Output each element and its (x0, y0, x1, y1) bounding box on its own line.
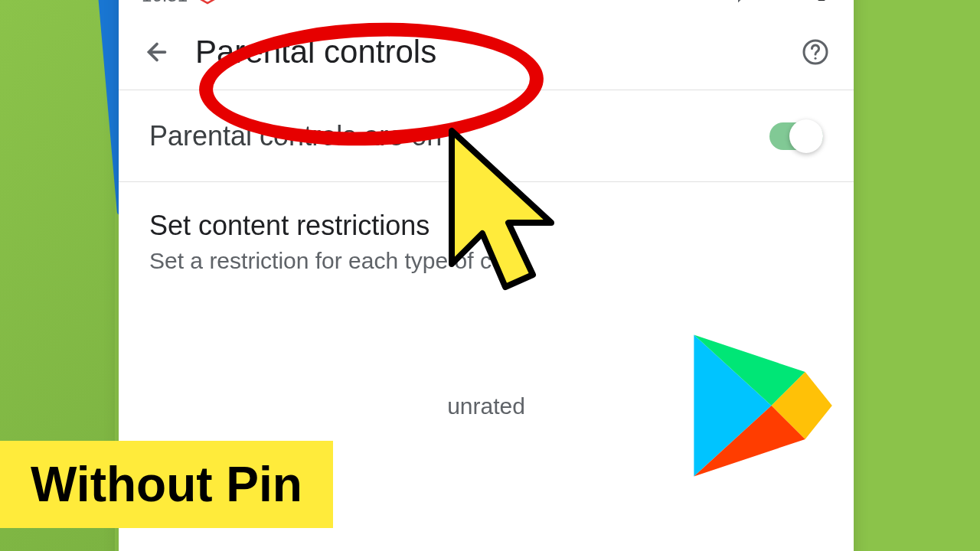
parental-controls-toggle[interactable] (769, 122, 823, 150)
thumbnail-caption: Without Pin (0, 441, 333, 528)
section-title: Set content restrictions (149, 210, 823, 242)
header-bar: Parental controls (119, 14, 854, 90)
toggle-knob (789, 119, 823, 153)
content-restrictions-section[interactable]: Set content restrictions Set a restricti… (119, 182, 854, 302)
partial-text: unrated (119, 393, 854, 419)
svg-marker-0 (201, 0, 214, 3)
toggle-label: Parental controls are on (149, 120, 442, 152)
page-title: Parental controls (195, 34, 436, 70)
signal-icon (785, 0, 803, 7)
bluetooth-icon (730, 0, 748, 7)
battery-icon (812, 0, 831, 7)
hexagon-app-icon (198, 0, 217, 5)
copy-icon (227, 0, 244, 6)
status-bar: 16:51 (119, 0, 854, 14)
status-time: 16:51 (142, 0, 188, 6)
section-subtitle: Set a restriction for each type of con (149, 248, 823, 274)
back-button[interactable] (142, 37, 172, 67)
wifi-icon (757, 0, 776, 7)
parental-controls-toggle-row[interactable]: Parental controls are on (119, 90, 854, 182)
help-button[interactable] (800, 37, 831, 67)
svg-rect-8 (818, 0, 825, 1)
svg-point-11 (815, 57, 817, 59)
